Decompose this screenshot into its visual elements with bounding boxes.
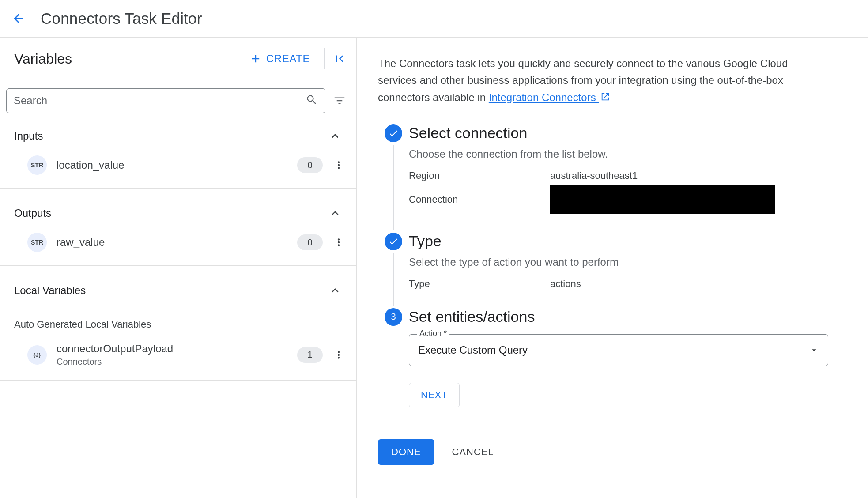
action-select-box[interactable]: Execute Custom Query <box>409 334 828 366</box>
local-variables-section-header[interactable]: Local Variables <box>0 266 356 306</box>
external-link-icon <box>600 90 610 106</box>
integration-connectors-link[interactable]: Integration Connectors <box>489 91 610 103</box>
region-label: Region <box>409 170 550 181</box>
top-bar: Connectors Task Editor <box>0 0 868 38</box>
more-vert-icon <box>333 349 344 361</box>
search-input[interactable] <box>14 94 306 107</box>
cancel-button[interactable]: CANCEL <box>452 446 494 458</box>
step-set-entities-actions: 3 Set entities/actions Action * Execute … <box>378 308 847 418</box>
create-variable-button[interactable]: CREATE <box>242 48 318 69</box>
arrow-left-icon <box>11 11 26 26</box>
variable-more-menu-button[interactable] <box>331 347 347 363</box>
action-select-value: Execute Custom Query <box>418 344 528 356</box>
outputs-section-header[interactable]: Outputs <box>0 189 356 228</box>
connection-label: Connection <box>409 194 550 205</box>
local-variables-title: Local Variables <box>14 284 86 297</box>
chevron-up-icon <box>328 283 342 298</box>
task-config-panel: The Connectors task lets you quickly and… <box>357 38 868 498</box>
task-description: The Connectors task lets you quickly and… <box>378 55 819 107</box>
inputs-section-header[interactable]: Inputs <box>0 121 356 151</box>
variable-name: location_value <box>57 159 297 171</box>
back-button[interactable] <box>10 10 27 27</box>
search-icon <box>306 94 318 108</box>
plus-icon <box>249 53 262 65</box>
step-complete-icon <box>385 124 402 142</box>
outputs-title: Outputs <box>14 207 51 219</box>
local-variable-row[interactable]: {J} connectorOutputPayload Connectors 1 <box>0 338 356 376</box>
next-button[interactable]: NEXT <box>409 383 460 407</box>
variable-name: raw_value <box>57 236 297 249</box>
more-vert-icon <box>333 159 344 171</box>
step-subtitle: Select the type of action you want to pe… <box>409 256 847 268</box>
usage-count-pill: 0 <box>297 234 323 250</box>
footer-actions: DONE CANCEL <box>378 439 847 465</box>
done-button[interactable]: DONE <box>378 439 434 465</box>
filter-list-icon <box>333 94 346 107</box>
variables-panel-header: Variables CREATE <box>0 38 356 80</box>
type-value: actions <box>550 278 581 290</box>
step-subtitle: Choose the connection from the list belo… <box>409 148 847 160</box>
step-title: Set entities/actions <box>409 308 847 325</box>
connection-value-redacted <box>550 185 775 214</box>
search-box[interactable] <box>6 88 325 113</box>
usage-count-pill: 1 <box>297 347 323 363</box>
variables-panel: Variables CREATE <box>0 38 357 498</box>
auto-generated-label: Auto Generated Local Variables <box>0 306 356 338</box>
step-connector-line <box>393 253 394 306</box>
type-chip-json: {J} <box>27 345 47 365</box>
variables-panel-title: Variables <box>14 51 72 67</box>
more-vert-icon <box>333 237 344 248</box>
variable-more-menu-button[interactable] <box>331 157 347 173</box>
collapse-panel-button[interactable] <box>331 50 348 68</box>
step-title: Type <box>409 233 847 250</box>
step-complete-icon <box>385 233 402 250</box>
filter-button[interactable] <box>331 92 348 109</box>
page-title: Connectors Task Editor <box>41 10 202 27</box>
type-chip-str: STR <box>27 155 47 175</box>
divider <box>324 48 325 69</box>
usage-count-pill: 0 <box>297 157 323 173</box>
check-icon <box>388 236 399 247</box>
step-number-icon: 3 <box>385 308 402 326</box>
chevron-up-icon <box>328 206 342 220</box>
inputs-title: Inputs <box>14 130 43 142</box>
collapse-left-icon <box>333 52 346 65</box>
step-select-connection: Select connection Choose the connection … <box>378 124 847 228</box>
inputs-variable-row[interactable]: STR location_value 0 <box>0 151 356 184</box>
divider <box>0 380 356 381</box>
type-chip-str: STR <box>27 233 47 252</box>
step-type: Type Select the type of action you want … <box>378 233 847 304</box>
variable-more-menu-button[interactable] <box>331 234 347 250</box>
variable-name: connectorOutputPayload <box>57 343 297 355</box>
create-label: CREATE <box>266 53 310 65</box>
step-connector-line <box>393 145 394 230</box>
region-value: australia-southeast1 <box>550 170 638 181</box>
dropdown-arrow-icon <box>809 345 819 355</box>
check-icon <box>388 128 399 139</box>
chevron-up-icon <box>328 129 342 143</box>
action-field-label: Action * <box>417 329 449 338</box>
action-select-field[interactable]: Action * Execute Custom Query <box>409 334 828 366</box>
outputs-variable-row[interactable]: STR raw_value 0 <box>0 228 356 261</box>
variable-subtitle: Connectors <box>57 357 297 367</box>
step-title: Select connection <box>409 124 847 142</box>
type-label: Type <box>409 278 550 290</box>
